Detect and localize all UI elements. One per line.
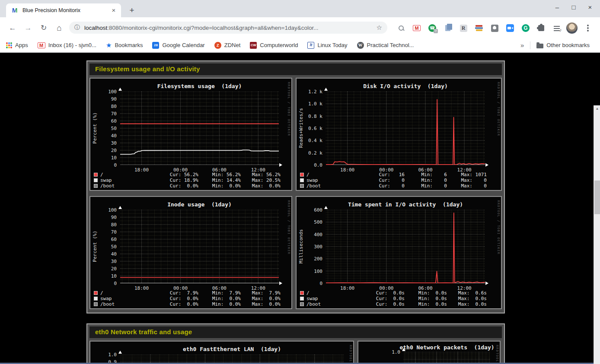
y-axis-arrow-icon [118,206,122,209]
y-tick-label: 20 [95,266,117,272]
scrollbar-thumb[interactable] [594,180,600,214]
legend-min: Min: 0 [408,177,447,183]
y-tick-label: 400 [301,232,322,237]
folder-icon [536,44,543,48]
graph-title: eth0 FastEthernet LAN (1day) [163,346,301,352]
computerworld-icon: CW [250,42,257,49]
extensions-puzzle-icon[interactable] [536,22,547,34]
legend-cur: Cur: 0.0s [361,301,405,307]
x-tick-label: 18:00 [132,285,151,291]
other-bookmarks-button[interactable]: Other bookmarks [536,42,590,48]
y-tick-label: 50 [95,244,117,250]
x-tick-label: 18:00 [338,285,357,291]
reload-icon[interactable]: ↻ [38,22,49,34]
graph-title: Time spent in I/O activity (1day) [336,201,475,208]
y-axis-arrow-icon [402,348,405,351]
graph-panel-inode-usage[interactable]: Inode usage (1day)RRDTOOL / TOBI OETIKER… [89,196,292,309]
legend-max: Max: 0.0% [240,296,281,301]
window-minimize-button[interactable]: – [553,3,561,11]
bookmark-star-icon[interactable]: ☆ [377,24,382,32]
y-tick-label: 80 [95,222,117,228]
bookmark-zdnet[interactable]: Z ZDNet [214,42,241,49]
y-tick-label: 60 [95,237,117,242]
y-tick-label: 90 [95,96,117,102]
back-icon[interactable]: ← [7,22,18,34]
legend-name: / [100,290,103,296]
y-tick-label: 80 [95,104,117,109]
graph-title: Inode usage (1day) [131,201,269,208]
rrdtool-watermark: RRDTOOL / TOBI OETIKER [497,82,500,136]
window-maximize-button[interactable]: □ [570,3,578,11]
lamp-extension-icon[interactable] [489,22,500,34]
tab-close-icon[interactable]: × [110,6,118,14]
search-extension-icon[interactable] [396,22,407,34]
bookmark-practical-technology[interactable]: W Practical Technol... [357,42,414,49]
legend-max: Max: 20.5% [240,177,281,183]
section-filesystem-io: Filesystem usage and I/O activity Filesy… [86,60,505,313]
legend-swatch [300,297,304,301]
y-tick-label: 20 [95,148,117,153]
video-camera-extension-icon[interactable] [504,22,516,34]
y-tick-label: 90 [95,215,117,220]
legend-swatch [94,173,98,177]
playlist-extension-icon[interactable] [551,22,562,34]
legend-max: Max: 0 [447,177,487,183]
legend-name: /boot [100,301,115,307]
address-bar[interactable]: ⓘ localhost:8080/monitorix-cgi/monitorix… [69,22,387,34]
x-axis-arrow-icon [279,282,282,285]
copy-pages-extension-icon[interactable] [442,22,453,34]
graph-panel-disk-io-activity[interactable]: Disk I/O activity (1day)RRDTOOL / TOBI O… [296,78,502,191]
page-scrollbar[interactable]: ▲ ▼ [594,105,600,364]
browser-tab[interactable]: M Blue Precision Monitorix × [6,3,121,17]
gmail-extension-icon[interactable]: M [411,22,422,34]
bookmarks-overflow-chevron[interactable]: » [520,41,524,49]
forward-icon[interactable]: → [22,22,34,34]
rrdtool-watermark: RRDTOOL / TOBI OETIKER [349,345,352,364]
y-axis-arrow-icon [324,206,328,209]
y-tick-label: 0 [95,281,117,286]
legend-min: Min: 0.0% [202,296,241,301]
bookmark-bookmarks[interactable]: ★ Bookmarks [106,41,143,49]
x-axis-arrow-icon [485,282,488,285]
graph-panel-eth0-packets[interactable]: eth0 Network packets (1day)RRDTOOL / TOB… [357,341,501,364]
graph-panel-filesystems-usage[interactable]: Filesystems usage (1day)RRDTOOL / TOBI O… [89,78,292,191]
rrdtool-watermark: RRDTOOL / TOBI OETIKER [287,82,290,136]
bookmark-google-calendar[interactable]: 28 Google Calendar [152,42,204,49]
legend-min: Min: 0.0s [408,296,447,301]
phone-extension-icon[interactable]: ☎ [427,22,438,34]
new-tab-button[interactable]: + [126,5,137,16]
legend-swatch [94,297,98,301]
legend-name: swap [100,177,112,183]
graph-panel-time-io-activity[interactable]: Time spent in I/O activity (1day)RRDTOOL… [296,196,502,309]
legend-cur: Cur: 0 [361,177,405,183]
profile-avatar[interactable] [566,22,578,34]
scrollbar-up-arrow-icon[interactable]: ▲ [594,105,600,112]
grammarly-extension-icon[interactable]: G [520,22,531,34]
bookmarks-bar: Apps M Inbox (16) - sjvn0... ★ Bookmarks… [0,38,600,53]
apps-shortcut[interactable]: Apps [6,42,28,48]
legend-max: Max: 56.2% [240,172,281,177]
legend-max: Max: 0.0s [447,296,487,301]
legend-min: Min: 0 [408,183,447,189]
menu-kebab-icon[interactable] [582,22,594,34]
legend-swatch [300,291,304,295]
bookmark-inbox[interactable]: M Inbox (16) - sjvn0... [38,42,96,48]
home-icon[interactable]: ⌂ [54,22,65,34]
bookmark-linux-today[interactable]: lt Linux Today [307,42,347,49]
legend-min: Min: 0.0% [202,183,241,189]
site-info-icon[interactable]: ⓘ [74,24,80,32]
window-close-button[interactable]: × [586,3,594,11]
graph-plot-area [120,210,279,283]
y-tick-label: 1.0 [379,349,400,355]
star-icon: ★ [106,41,112,49]
series-/ [326,213,485,283]
graph-panel-eth0-lan[interactable]: eth0 FastEthernet LAN (1day)RRDTOOL / TO… [89,341,354,364]
legend-min: Min: 6 [408,172,447,177]
legend-swatch [300,173,304,177]
books-extension-icon[interactable] [473,22,485,34]
bookmark-computerworld[interactable]: CW Computerworld [250,42,298,49]
legend-max: Max: 1071 [447,172,487,177]
series-/ [326,99,485,165]
reader-extension-icon[interactable]: R [458,22,469,34]
y-tick-label: 10 [95,155,117,161]
